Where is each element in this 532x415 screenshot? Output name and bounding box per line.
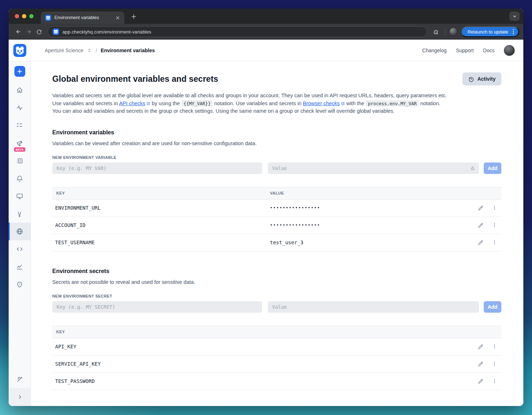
edit-pencil-icon[interactable] bbox=[476, 360, 484, 368]
edit-pencil-icon[interactable] bbox=[476, 238, 484, 246]
external-link-icon bbox=[341, 102, 345, 106]
account-switcher[interactable]: Aperture Science bbox=[45, 48, 83, 53]
user-avatar[interactable] bbox=[504, 45, 515, 56]
support-link[interactable]: Support bbox=[456, 48, 474, 53]
monitor-icon bbox=[16, 192, 23, 200]
close-window-button[interactable] bbox=[15, 14, 19, 18]
sidebar: BETA bbox=[9, 61, 31, 406]
app-header: Aperture Science / Environment variables… bbox=[9, 40, 523, 61]
code-icon bbox=[16, 245, 23, 253]
address-bar[interactable]: app.checklyhq.com/environment-variables bbox=[48, 26, 427, 37]
row-menu-kebab-icon[interactable] bbox=[491, 204, 498, 212]
sidebar-item-create[interactable] bbox=[9, 61, 31, 81]
row-menu-kebab-icon[interactable] bbox=[491, 360, 498, 368]
chevron-right-icon bbox=[17, 394, 23, 400]
secret-key: TEST_PASSWORD bbox=[52, 378, 476, 384]
logo-cell[interactable] bbox=[9, 44, 31, 57]
tab-search-chevron-button[interactable] bbox=[509, 12, 520, 21]
row-menu-kebab-icon[interactable] bbox=[491, 238, 498, 246]
globe-icon bbox=[16, 228, 23, 235]
edit-pencil-icon[interactable] bbox=[476, 204, 484, 212]
sidebar-item-maintenance[interactable] bbox=[9, 205, 31, 223]
page-title: Global environment variables and secrets bbox=[52, 74, 218, 84]
sidebar-item-analytics[interactable] bbox=[9, 258, 31, 276]
new-tab-button[interactable] bbox=[129, 12, 138, 21]
tab-title: Environment variables bbox=[54, 15, 111, 20]
sidebar-item-snippets[interactable] bbox=[9, 240, 31, 258]
checkly-app: Aperture Science / Environment variables… bbox=[9, 40, 523, 406]
add-variable-button[interactable]: Add bbox=[484, 162, 501, 174]
user-plus-icon bbox=[16, 376, 23, 383]
browser-toolbar: app.checklyhq.com/environment-variables … bbox=[9, 24, 523, 40]
relaunch-to-update-button[interactable]: Relaunch to update bbox=[461, 26, 519, 37]
secret-key-input[interactable] bbox=[52, 301, 262, 313]
row-menu-kebab-icon[interactable] bbox=[491, 343, 498, 351]
create-plus-icon[interactable] bbox=[14, 66, 25, 77]
desc-text: notation. Use variables and secrets in bbox=[213, 101, 303, 106]
reload-icon[interactable] bbox=[34, 27, 44, 37]
browser-profile-avatar[interactable] bbox=[449, 27, 458, 36]
extensions-puzzle-icon[interactable] bbox=[431, 27, 442, 37]
checklist-icon bbox=[16, 122, 23, 129]
browser-menu-kebab-icon[interactable] bbox=[511, 29, 516, 34]
variable-value-input[interactable] bbox=[268, 162, 479, 174]
row-menu-kebab-icon[interactable] bbox=[491, 377, 498, 385]
new-secret-label: NEW ENVIRONMENT SECRET bbox=[52, 294, 501, 298]
sidebar-item-invite-user[interactable] bbox=[9, 370, 31, 388]
window-controls bbox=[9, 9, 41, 24]
unlock-icon[interactable] bbox=[470, 165, 475, 171]
edit-pencil-icon[interactable] bbox=[476, 377, 484, 385]
api-checks-link[interactable]: API checks bbox=[119, 101, 145, 106]
key-column-header: KEY bbox=[52, 330, 270, 334]
secret-key: API_KEY bbox=[52, 344, 476, 349]
browser-window: Environment variables app.checklyhq.com/… bbox=[9, 9, 523, 406]
variable-value-masked: •••••••••••••••• bbox=[270, 223, 476, 228]
breadcrumb: Aperture Science / Environment variables bbox=[45, 48, 422, 53]
edit-pencil-icon[interactable] bbox=[476, 343, 484, 351]
maximize-window-button[interactable] bbox=[29, 14, 34, 18]
activity-label: Activity bbox=[477, 76, 496, 82]
sidebar-item-dashboards[interactable] bbox=[9, 187, 31, 205]
sidebar-item-environment-variables[interactable] bbox=[9, 223, 31, 240]
account-selector-chevrons-icon[interactable] bbox=[87, 48, 92, 53]
tab-close-icon[interactable] bbox=[114, 14, 121, 21]
sidebar-item-alerts[interactable] bbox=[9, 170, 31, 187]
browser-checks-link[interactable]: Browser checks bbox=[303, 101, 340, 106]
docs-link[interactable]: Docs bbox=[483, 48, 495, 53]
table-row: ACCOUNT_ID •••••••••••••••• bbox=[52, 217, 501, 234]
back-icon[interactable] bbox=[13, 27, 23, 37]
secrets-table: KEY API_KEY SERVICE_API_KEY bbox=[52, 326, 501, 390]
checkly-logo-icon[interactable] bbox=[13, 44, 26, 57]
history-clock-icon bbox=[468, 76, 474, 82]
sidebar-spacer bbox=[9, 293, 31, 370]
secrets-subtext: Secrets are not possible to reveal and u… bbox=[52, 279, 501, 285]
variable-key-input[interactable] bbox=[52, 162, 262, 174]
sidebar-item-test-sessions[interactable] bbox=[9, 152, 31, 170]
add-secret-button[interactable]: Add bbox=[484, 301, 501, 313]
value-column-header: VALUE bbox=[270, 191, 501, 195]
minimize-window-button[interactable] bbox=[22, 14, 26, 18]
variables-table-header: KEY VALUE bbox=[52, 187, 501, 200]
browser-tab-strip: Environment variables bbox=[9, 9, 523, 24]
secrets-table-header: KEY bbox=[52, 326, 501, 338]
activity-pulse-icon bbox=[16, 104, 23, 112]
edit-pencil-icon[interactable] bbox=[476, 221, 484, 229]
row-menu-kebab-icon[interactable] bbox=[491, 221, 498, 229]
sidebar-collapse-toggle[interactable] bbox=[9, 388, 31, 406]
forward-icon[interactable] bbox=[23, 27, 34, 37]
secret-key: SERVICE_API_KEY bbox=[52, 361, 476, 367]
sidebar-item-home[interactable] bbox=[9, 81, 31, 99]
variable-value: test_user_3 bbox=[270, 240, 476, 245]
desc-text: with the bbox=[345, 101, 366, 106]
sidebar-item-checks[interactable] bbox=[9, 117, 31, 134]
beta-badge: BETA bbox=[14, 147, 26, 152]
activity-button[interactable]: Activity bbox=[462, 72, 501, 85]
sidebar-item-private-locations[interactable] bbox=[9, 276, 31, 293]
browser-tab[interactable]: Environment variables bbox=[41, 12, 124, 24]
secret-value-input[interactable] bbox=[268, 301, 479, 313]
sidebar-item-monitoring[interactable] bbox=[9, 99, 31, 117]
changelog-link[interactable]: Changelog bbox=[422, 48, 447, 53]
sidebar-item-explore[interactable]: BETA bbox=[9, 134, 31, 152]
map-pin-icon bbox=[16, 281, 23, 288]
table-row: SERVICE_API_KEY bbox=[52, 356, 501, 373]
